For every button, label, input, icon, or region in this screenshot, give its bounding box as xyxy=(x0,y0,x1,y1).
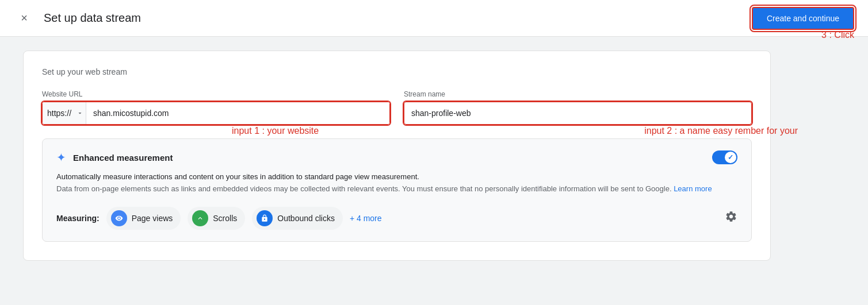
enhanced-measurement-section: ✦ Enhanced measurement ✓ Automatically m… xyxy=(42,138,752,242)
close-button[interactable]: × xyxy=(14,8,35,29)
enhanced-title: Enhanced measurement xyxy=(73,153,173,163)
scrolls-label: Scrolls xyxy=(213,214,237,223)
enhanced-title-row: ✦ Enhanced measurement xyxy=(56,150,173,164)
scrolls-chip[interactable]: Scrolls xyxy=(188,207,245,230)
form-row: Website URL https:// http:// input 1 : y… xyxy=(42,90,752,125)
stream-name-input[interactable] xyxy=(404,102,752,125)
annotation-2: input 2 : a name easy rember for your xyxy=(644,126,798,136)
settings-icon[interactable] xyxy=(725,210,737,226)
measuring-label: Measuring: xyxy=(56,214,100,223)
setup-card: Set up your web stream Website URL https… xyxy=(23,51,771,261)
website-url-label: Website URL xyxy=(42,90,390,98)
page-title: Set up data stream xyxy=(44,11,141,25)
learn-more-link[interactable]: Learn more xyxy=(674,184,712,193)
annotation-1: input 1 : your website xyxy=(232,126,319,136)
enhanced-description: Automatically measure interactions and c… xyxy=(56,171,737,195)
outbound-clicks-label: Outbound clicks xyxy=(277,214,335,223)
enhanced-icon: ✦ xyxy=(56,150,66,164)
card-subtitle: Set up your web stream xyxy=(42,67,752,76)
page-views-chip[interactable]: Page views xyxy=(106,207,181,230)
page-views-icon xyxy=(111,210,127,226)
stream-name-group: Stream name input 2 : a name easy rember… xyxy=(404,90,752,125)
click-annotation: 3 : Click xyxy=(821,30,854,40)
toggle-thumb: ✓ xyxy=(725,152,736,163)
url-input-wrapper: https:// http:// xyxy=(42,102,390,125)
page-views-label: Page views xyxy=(132,214,173,223)
header-left: × Set up data stream xyxy=(14,8,141,29)
enhanced-description-bold: Automatically measure interactions and c… xyxy=(56,172,419,181)
stream-name-label: Stream name xyxy=(404,90,752,98)
measuring-row: Measuring: Page views Scrolls xyxy=(56,207,737,230)
outbound-clicks-chip[interactable]: Outbound clicks xyxy=(252,207,343,230)
close-icon: × xyxy=(21,11,28,25)
main-content: Set up your web stream Website URL https… xyxy=(0,37,868,275)
enhanced-description-regular: Data from on-page elements such as links… xyxy=(56,184,672,193)
scrolls-icon xyxy=(192,210,208,226)
outbound-clicks-icon xyxy=(257,210,273,226)
measuring-chips-group: Measuring: Page views Scrolls xyxy=(56,207,382,230)
enhanced-toggle[interactable]: ✓ xyxy=(712,150,737,164)
create-and-continue-button[interactable]: Create and continue xyxy=(752,7,854,30)
protocol-select[interactable]: https:// http:// xyxy=(43,102,86,124)
more-link[interactable]: + 4 more xyxy=(350,214,382,223)
enhanced-header: ✦ Enhanced measurement ✓ xyxy=(56,150,737,164)
header: × Set up data stream Create and continue… xyxy=(0,0,868,37)
website-url-group: Website URL https:// http:// input 1 : y… xyxy=(42,90,390,125)
toggle-track: ✓ xyxy=(712,150,737,164)
toggle-check-icon: ✓ xyxy=(728,153,733,161)
website-url-input[interactable] xyxy=(86,102,389,124)
